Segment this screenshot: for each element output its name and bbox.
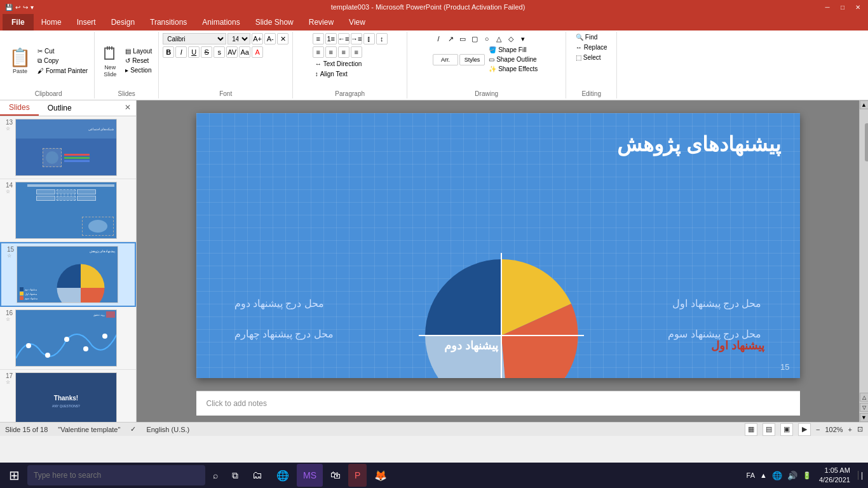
- shape-circle[interactable]: ○: [481, 33, 492, 44]
- show-hidden-icons[interactable]: ▲: [760, 471, 767, 479]
- scroll-down-arrow[interactable]: ▼: [860, 413, 869, 422]
- task-edge[interactable]: 🌐: [270, 464, 295, 487]
- review-menu[interactable]: Review: [301, 14, 341, 30]
- animations-menu[interactable]: Animations: [194, 14, 247, 30]
- font-size-select[interactable]: 14: [227, 33, 250, 44]
- notes-area[interactable]: Click to add notes: [196, 391, 800, 416]
- home-menu[interactable]: Home: [34, 14, 69, 30]
- close-button[interactable]: ✕: [853, 2, 863, 12]
- layout-button[interactable]: ▤ Layout: [123, 47, 154, 55]
- slide-item-17[interactable]: 17 ☆ Thanks! ANY QUESTIONS?: [0, 370, 136, 422]
- shape-rect[interactable]: ▭: [457, 33, 468, 44]
- task-firefox[interactable]: 🦊: [368, 464, 393, 487]
- start-button[interactable]: ⊞: [3, 464, 26, 487]
- italic-button[interactable]: I: [175, 46, 187, 58]
- scroll-up-arrow[interactable]: ▲: [860, 100, 869, 109]
- shadow-button[interactable]: s: [214, 46, 225, 58]
- quick-access-save[interactable]: 💾: [5, 4, 13, 11]
- task-search-icon[interactable]: ⌕: [207, 464, 224, 487]
- task-store[interactable]: 🛍: [324, 464, 347, 487]
- find-button[interactable]: 🔍 Find: [573, 33, 600, 41]
- quick-access-undo[interactable]: ↩: [15, 4, 20, 11]
- transitions-menu[interactable]: Transitions: [142, 14, 194, 30]
- reading-view-button[interactable]: ▣: [780, 423, 793, 436]
- maximize-button[interactable]: □: [837, 2, 848, 12]
- replace-button[interactable]: ↔ Replace: [573, 43, 610, 51]
- copy-button[interactable]: ⧉ Copy: [35, 57, 90, 65]
- main-slide[interactable]: پیشنهادهای پژوهش محل درج پیشنهاد دوم محل…: [196, 113, 800, 378]
- zoom-out-button[interactable]: −: [816, 426, 820, 433]
- clear-format-button[interactable]: ✕: [277, 33, 288, 44]
- panel-close-button[interactable]: ✕: [119, 100, 136, 116]
- slide-item-16[interactable]: 16 ☆ روند تحقیق: [0, 307, 136, 370]
- slides-tab[interactable]: Slides: [0, 100, 39, 116]
- shape-outline-button[interactable]: ▭Shape Outline: [486, 55, 540, 64]
- slideshow-menu[interactable]: Slide Show: [248, 14, 301, 30]
- columns-button[interactable]: ⫿: [363, 33, 375, 44]
- task-teams[interactable]: MS: [297, 464, 323, 487]
- file-menu[interactable]: File: [3, 14, 34, 30]
- quick-access-redo[interactable]: ↪: [23, 4, 28, 11]
- network-icon[interactable]: 🌐: [772, 471, 782, 480]
- show-desktop-button[interactable]: |: [858, 471, 865, 480]
- fit-slide-button[interactable]: ⊡: [857, 425, 863, 433]
- outline-tab[interactable]: Outline: [39, 100, 81, 116]
- justify-button[interactable]: ≡: [351, 46, 362, 58]
- zoom-in-button[interactable]: +: [848, 426, 852, 433]
- increase-font-button[interactable]: A+: [252, 33, 263, 44]
- align-right-button[interactable]: ≡: [338, 46, 349, 58]
- align-text-button[interactable]: ↕ Align Text: [313, 70, 350, 78]
- shape-effects-button[interactable]: ✨Shape Effects: [486, 65, 540, 73]
- font-family-select[interactable]: Calibri: [163, 33, 226, 44]
- slide-area[interactable]: پیشنهادهای پژوهش محل درج پیشنهاد دوم محل…: [137, 100, 859, 422]
- slide-item-14[interactable]: 14 ☆: [0, 179, 136, 242]
- section-button[interactable]: ▸ Section: [123, 66, 154, 74]
- shape-arrow[interactable]: ↗: [445, 33, 456, 44]
- sound-icon[interactable]: 🔊: [787, 471, 797, 480]
- shape-fill-button[interactable]: 🪣Shape Fill: [486, 46, 540, 54]
- align-left-button[interactable]: ≡: [313, 46, 324, 58]
- normal-view-button[interactable]: ▦: [745, 423, 757, 436]
- numbering-button[interactable]: 1≡: [325, 33, 337, 44]
- char-spacing-button[interactable]: AV: [226, 46, 238, 58]
- shape-more[interactable]: ▾: [517, 33, 529, 44]
- reset-button[interactable]: ↺ Reset: [123, 57, 154, 65]
- shape-triangle[interactable]: △: [493, 33, 505, 44]
- select-button[interactable]: ⬚ Select: [573, 53, 604, 62]
- slide-item-15[interactable]: 15 ☆ پیشنهادهای پژوهش پیشنهاد دوم پیش: [0, 242, 136, 307]
- paste-button[interactable]: 📋 Paste: [6, 39, 34, 83]
- scroll-thumb[interactable]: [865, 123, 869, 161]
- slide-sorter-button[interactable]: ▤: [763, 423, 775, 436]
- slide-item-13[interactable]: 13 ☆ شبکه‌های اجتماعی: [0, 116, 136, 179]
- shape-round-rect[interactable]: ▢: [469, 33, 480, 44]
- increase-indent-button[interactable]: →≡: [351, 33, 362, 44]
- task-powerpoint[interactable]: P: [348, 464, 367, 487]
- line-spacing-button[interactable]: ↕: [376, 33, 388, 44]
- system-clock[interactable]: 1:05 AM 4/26/2021: [819, 466, 855, 485]
- insert-menu[interactable]: Insert: [69, 14, 104, 30]
- underline-button[interactable]: U: [188, 46, 200, 58]
- scroll-page-down[interactable]: ▽: [860, 403, 869, 412]
- minimize-button[interactable]: ─: [822, 2, 832, 12]
- view-menu[interactable]: View: [341, 14, 373, 30]
- decrease-indent-button[interactable]: ←≡: [338, 33, 349, 44]
- change-case-button[interactable]: Aa: [239, 46, 250, 58]
- arrange-button[interactable]: Arr.: [433, 54, 458, 65]
- new-slide-button[interactable]: 🗒 NewSlide: [98, 39, 121, 83]
- shape-line[interactable]: /: [433, 33, 444, 44]
- slideshow-view-button[interactable]: ▶: [798, 423, 811, 436]
- bold-button[interactable]: B: [163, 46, 174, 58]
- design-menu[interactable]: Design: [104, 14, 142, 30]
- bullets-button[interactable]: ≡: [313, 33, 324, 44]
- strikethrough-button[interactable]: S: [201, 46, 212, 58]
- shape-diamond[interactable]: ◇: [505, 33, 517, 44]
- align-center-button[interactable]: ≡: [325, 46, 337, 58]
- format-painter-button[interactable]: 🖌 Format Painter: [35, 67, 90, 75]
- font-color-button[interactable]: A: [252, 46, 263, 58]
- scroll-page-up[interactable]: △: [860, 393, 869, 402]
- input-language[interactable]: FA: [747, 471, 755, 479]
- quick-styles-button[interactable]: Styles: [459, 54, 485, 65]
- task-explorer[interactable]: 🗂: [246, 464, 269, 487]
- text-direction-button[interactable]: ↔ Text Direction: [313, 60, 365, 68]
- cut-button[interactable]: ✂ Cut: [35, 47, 90, 55]
